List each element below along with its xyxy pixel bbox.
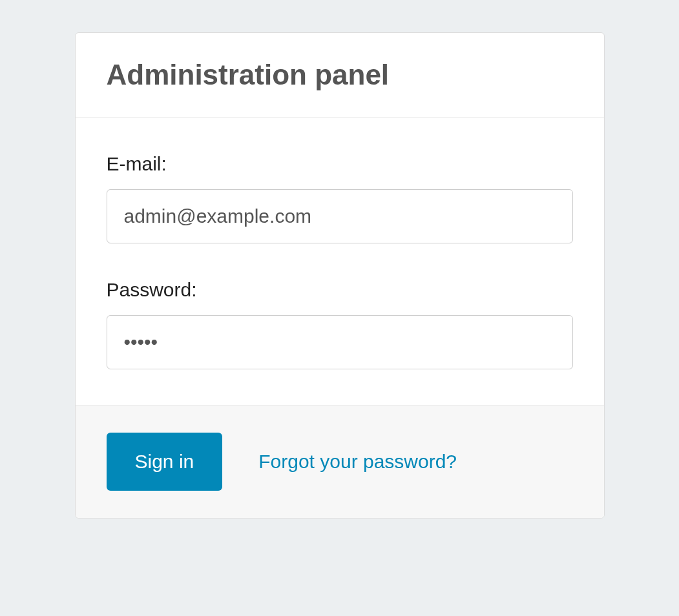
password-label: Password:: [107, 279, 573, 301]
password-field[interactable]: [107, 315, 573, 369]
panel-footer: Sign in Forgot your password?: [76, 405, 604, 518]
email-field[interactable]: [107, 189, 573, 243]
forgot-password-link[interactable]: Forgot your password?: [258, 451, 457, 473]
panel-header: Administration panel: [76, 33, 604, 118]
page-title: Administration panel: [107, 59, 573, 91]
password-group: Password:: [107, 279, 573, 369]
signin-button[interactable]: Sign in: [107, 433, 223, 491]
email-group: E-mail:: [107, 153, 573, 243]
email-label: E-mail:: [107, 153, 573, 175]
panel-body: E-mail: Password:: [76, 118, 604, 405]
login-panel: Administration panel E-mail: Password: S…: [75, 32, 605, 518]
